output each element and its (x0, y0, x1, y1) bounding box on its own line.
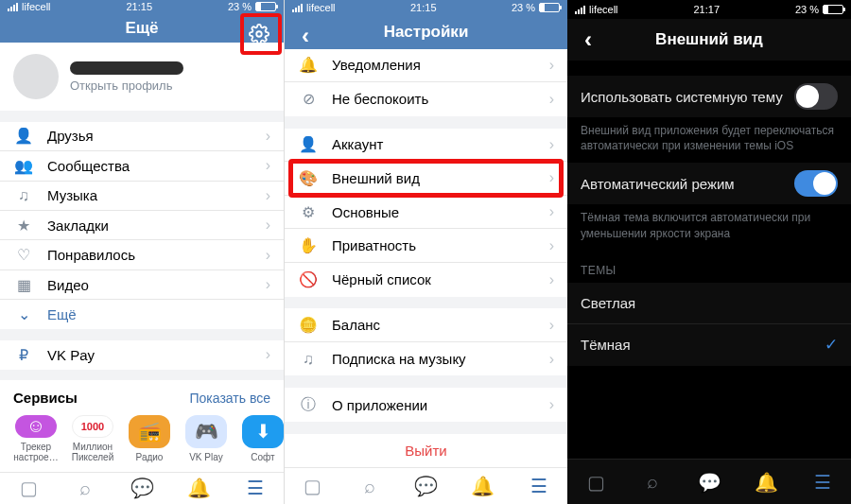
service-tile-icon: 🎮 (185, 415, 227, 448)
service-label: Радио (136, 452, 164, 462)
chevron-right-icon: › (266, 187, 270, 204)
screen-settings: lifecell 21:15 23 % ‹ Настройки 🔔Уведомл… (284, 0, 567, 504)
signal-icon (292, 4, 303, 12)
service-item[interactable]: ☺Трекер настрое… (13, 415, 59, 462)
status-time: 21:17 (693, 4, 720, 15)
tab-feed[interactable]: ▢ (9, 477, 47, 499)
chevron-right-icon: › (549, 169, 554, 186)
settings-blacklist[interactable]: 🚫Чёрный список› (285, 263, 567, 296)
toggle-system-theme[interactable] (794, 83, 838, 110)
service-item[interactable]: ⬇Софт (240, 415, 284, 462)
svg-point-0 (256, 31, 262, 37)
row-label: Использовать системную тему (581, 89, 794, 105)
cog-icon: ⚙ (298, 203, 319, 221)
menu-label: Сообщества (34, 158, 266, 174)
row-description: Внешний вид приложения будет переключать… (567, 117, 851, 163)
battery-icon (823, 5, 843, 14)
row-label: Уведомления (319, 57, 549, 73)
settings-about[interactable]: ⓘО приложении› (285, 388, 567, 421)
tab-feed[interactable]: ▢ (294, 475, 332, 497)
settings-notifications[interactable]: 🔔Уведомления› (285, 49, 567, 83)
palette-icon: 🎨 (298, 169, 319, 187)
gear-icon (249, 24, 269, 44)
star-icon: ★ (13, 217, 34, 235)
tab-notifications[interactable]: 🔔 (463, 475, 501, 497)
settings-dnd[interactable]: ⊘Не беспокоить› (285, 82, 567, 115)
tab-menu[interactable]: ☰ (520, 475, 558, 497)
menu-video[interactable]: ▦ Видео › (0, 270, 284, 300)
menu-liked[interactable]: ♡ Понравилось › (0, 240, 284, 269)
tab-messages[interactable]: 💬 (690, 471, 728, 494)
tab-notifications[interactable]: 🔔 (747, 471, 785, 494)
menu-friends[interactable]: 👤 Друзья › (0, 122, 284, 151)
row-auto-mode[interactable]: Автоматический режим (567, 163, 851, 204)
settings-music-sub[interactable]: ♫Подписка на музыку› (285, 342, 567, 375)
tab-messages[interactable]: 💬 (407, 475, 444, 497)
service-item[interactable]: 📻Радио (127, 415, 172, 462)
menu-vkpay[interactable]: ₽ VK Pay › (0, 340, 284, 370)
services-show-all[interactable]: Показать все (190, 391, 270, 406)
coins-icon: 🪙 (298, 316, 319, 334)
settings-balance[interactable]: 🪙Баланс› (285, 308, 567, 342)
settings-button[interactable] (238, 13, 280, 55)
services-row[interactable]: ☺Трекер настрое… 1000Миллион Пикселей 📻Р… (0, 411, 284, 472)
menu-more-toggle[interactable]: ⌄ Ещё (0, 300, 284, 329)
menu-label: VK Pay (34, 347, 266, 363)
menu-bookmarks[interactable]: ★ Закладки › (0, 211, 284, 240)
row-description: Тёмная тема включится автоматически при … (567, 204, 851, 250)
chevron-right-icon: › (549, 317, 554, 334)
tab-menu[interactable]: ☰ (804, 471, 842, 494)
service-tile-icon: 📻 (129, 415, 170, 448)
music-icon: ♫ (298, 351, 319, 368)
row-label: Не беспокоить (319, 91, 549, 107)
row-use-system-theme[interactable]: Использовать системную тему (567, 76, 851, 117)
settings-privacy[interactable]: ✋Приватность› (285, 229, 567, 263)
signal-icon (8, 3, 18, 11)
settings-general[interactable]: ⚙Основные› (285, 196, 567, 230)
signal-icon (575, 6, 585, 14)
settings-appearance[interactable]: 🎨Внешний вид› (285, 162, 567, 196)
theme-option-dark[interactable]: Тёмная ✓ (567, 324, 851, 366)
row-label: Светлая (581, 295, 838, 311)
chevron-down-icon: ⌄ (13, 305, 34, 323)
settings-logout[interactable]: Выйти (285, 434, 567, 467)
service-tile-icon: 1000 (72, 415, 113, 438)
battery-icon (539, 3, 560, 12)
settings-account[interactable]: 👤Аккаунт› (285, 129, 567, 163)
logout-label: Выйти (298, 443, 554, 459)
status-time: 21:15 (410, 2, 437, 13)
chevron-left-icon: ‹ (302, 23, 309, 49)
service-label: Трекер настрое… (13, 442, 59, 462)
tab-search[interactable]: ⌕ (634, 471, 671, 493)
service-item[interactable]: 🎮VK Play (183, 415, 229, 462)
tab-messages[interactable]: 💬 (123, 477, 161, 499)
service-item[interactable]: 1000Миллион Пикселей (70, 415, 115, 462)
row-label: Подписка на музыку (319, 351, 549, 367)
avatar (13, 54, 59, 99)
chevron-right-icon: › (549, 57, 554, 74)
row-label: О приложении (319, 397, 549, 413)
service-label: Софт (251, 452, 274, 462)
tab-search[interactable]: ⌕ (66, 478, 104, 499)
back-button[interactable]: ‹ (567, 19, 609, 61)
battery-icon (255, 2, 276, 11)
menu-music[interactable]: ♫ Музыка › (0, 182, 284, 211)
row-label: Внешний вид (319, 170, 549, 186)
profile-name-redacted (70, 61, 183, 75)
tab-search[interactable]: ⌕ (351, 476, 389, 497)
dnd-icon: ⊘ (298, 90, 319, 108)
chevron-right-icon: › (266, 247, 270, 264)
toggle-auto-mode[interactable] (794, 170, 838, 197)
carrier-label: lifecell (306, 2, 336, 13)
menu-label: Закладки (34, 217, 266, 234)
tab-menu[interactable]: ☰ (236, 477, 274, 499)
menu-groups[interactable]: 👥 Сообщества › (0, 151, 284, 181)
theme-option-light[interactable]: Светлая (567, 283, 851, 324)
section-header-themes: ТЕМЫ (567, 251, 851, 283)
status-bar: lifecell 21:15 23 % (285, 0, 567, 15)
tab-feed[interactable]: ▢ (577, 471, 615, 494)
battery-pct: 23 % (795, 4, 819, 15)
service-tile-icon: ☺ (15, 415, 57, 438)
row-label: Основные (319, 204, 549, 220)
tab-notifications[interactable]: 🔔 (180, 477, 217, 499)
